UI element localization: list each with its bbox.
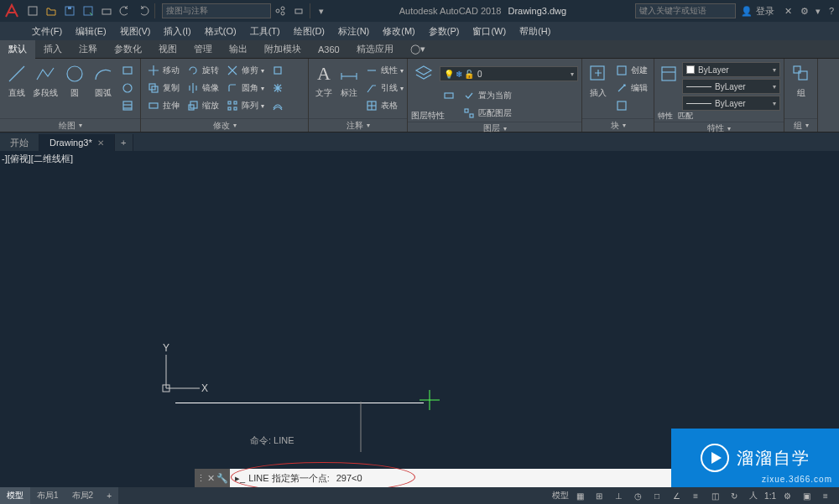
stretch-button[interactable]: 拉伸: [144, 97, 182, 114]
layer-dropdown[interactable]: 💡❄🔓0: [440, 66, 578, 81]
edit-button[interactable]: 编辑: [612, 80, 650, 96]
copy-button[interactable]: 复制: [144, 80, 182, 96]
rect-button[interactable]: [118, 62, 137, 79]
insert-button[interactable]: 插入: [586, 62, 611, 99]
polyline-button[interactable]: 多段线: [32, 62, 59, 99]
tab-start[interactable]: 开始: [0, 134, 39, 151]
tab-parametric[interactable]: 参数化: [106, 40, 150, 59]
snap-icon[interactable]: ⊞: [591, 489, 607, 502]
menu-edit[interactable]: 编辑(E): [69, 25, 113, 38]
plot-icon[interactable]: [97, 2, 116, 20]
win-icon[interactable]: ▾: [312, 2, 331, 20]
polar-icon[interactable]: ◷: [629, 489, 646, 502]
trim-button[interactable]: 修剪▾: [223, 62, 267, 79]
tab-drawing3[interactable]: Drawing3*✕: [39, 134, 115, 151]
color-dropdown[interactable]: ByLayer: [682, 62, 780, 77]
grid-icon[interactable]: ▦: [571, 489, 588, 502]
rotate-button[interactable]: 旋转: [184, 62, 221, 79]
text-button[interactable]: A文字: [312, 62, 336, 99]
modeltab-layout1[interactable]: 布局1: [30, 487, 65, 504]
annoscale-icon[interactable]: 人: [745, 489, 762, 502]
close-tab-icon[interactable]: ✕: [97, 138, 104, 148]
viewport-label[interactable]: -][俯视][二维线框]: [2, 153, 73, 165]
menu-draw[interactable]: 绘图(D): [287, 25, 331, 38]
signin-icon[interactable]: 👤: [741, 6, 753, 17]
print-icon[interactable]: [289, 2, 308, 20]
modeltab-model[interactable]: 模型: [0, 487, 30, 504]
move-button[interactable]: 移动: [144, 62, 182, 79]
explode-button[interactable]: [268, 80, 287, 96]
app-icon[interactable]: [0, 0, 23, 22]
tab-a360[interactable]: A360: [310, 40, 348, 59]
create-button[interactable]: 创建: [612, 62, 650, 79]
menu-format[interactable]: 格式(O): [198, 25, 243, 38]
gear-icon[interactable]: ⚙: [779, 489, 795, 502]
tab-output[interactable]: 输出: [221, 40, 256, 59]
tab-addins[interactable]: 附加模块: [256, 40, 310, 59]
share-icon[interactable]: [271, 2, 289, 20]
group-button[interactable]: 组: [788, 62, 814, 99]
redo-icon[interactable]: [134, 2, 153, 20]
lweight-icon[interactable]: ≡: [687, 489, 704, 502]
array-button[interactable]: 阵列▾: [223, 97, 267, 114]
modeltab-add[interactable]: +: [100, 487, 118, 504]
exchange-icon[interactable]: ✕: [784, 6, 792, 17]
tab-annotate[interactable]: 注释: [70, 40, 106, 59]
layer-iso-button[interactable]: [440, 87, 458, 104]
transparency-icon[interactable]: ◫: [706, 489, 723, 502]
new-icon[interactable]: [23, 2, 42, 20]
mirror-button[interactable]: 镜像: [184, 80, 221, 96]
props-button[interactable]: [658, 62, 680, 111]
dim-button[interactable]: 标注: [337, 62, 361, 99]
ortho-icon[interactable]: ⊥: [610, 489, 627, 502]
help-search[interactable]: 键入关键字或短语: [635, 3, 736, 18]
scale-button[interactable]: 缩放: [184, 97, 221, 114]
layerprops-button[interactable]: [411, 62, 436, 86]
attr-button[interactable]: [612, 97, 650, 114]
tab-default[interactable]: 默认: [0, 40, 35, 59]
open-icon[interactable]: [42, 2, 60, 20]
leader-button[interactable]: 引线▾: [362, 80, 406, 96]
saveas-icon[interactable]: [79, 2, 97, 20]
menu-insert[interactable]: 插入(I): [157, 25, 197, 38]
menu-file[interactable]: 文件(F): [25, 25, 69, 38]
tab-insert[interactable]: 插入: [35, 40, 70, 59]
linetype-dropdown[interactable]: ByLayer: [682, 96, 780, 111]
menu-help[interactable]: 帮助(H): [513, 25, 557, 38]
cycle-icon[interactable]: ↻: [726, 489, 743, 502]
status-model[interactable]: 模型: [552, 490, 569, 501]
circle-button[interactable]: 圆: [61, 62, 88, 99]
menu-view[interactable]: 视图(V): [113, 25, 158, 38]
tab-featured[interactable]: 精选应用: [348, 40, 402, 59]
cmdline-handle[interactable]: ⋮✕🔧: [195, 469, 230, 487]
tab-add[interactable]: +: [115, 134, 133, 151]
ellipse-button[interactable]: [118, 80, 137, 96]
hatch-button[interactable]: [118, 97, 137, 114]
line-button[interactable]: 直线: [3, 62, 30, 99]
linear-button[interactable]: 线性▾: [362, 62, 406, 79]
menu-window[interactable]: 窗口(W): [466, 25, 513, 38]
cmdline-input[interactable]: 297<0: [333, 473, 362, 483]
erase-button[interactable]: [268, 62, 287, 79]
menu-dim[interactable]: 标注(N): [331, 25, 376, 38]
save-icon[interactable]: [60, 2, 79, 20]
modeltab-layout2[interactable]: 布局2: [65, 487, 101, 504]
fillet-button[interactable]: 圆角▾: [223, 80, 267, 96]
custom-icon[interactable]: ≡: [817, 489, 834, 502]
workspace-search[interactable]: 搜图与注释: [162, 3, 271, 18]
undo-icon[interactable]: [116, 2, 134, 20]
menu-tools[interactable]: 工具(T): [243, 25, 287, 38]
tab-more[interactable]: ◯▾: [402, 40, 434, 59]
setcurrent-button[interactable]: 置为当前: [460, 87, 578, 104]
arc-button[interactable]: 圆弧: [90, 62, 117, 99]
infocenter-icon[interactable]: ⚙: [800, 6, 809, 17]
menu-param[interactable]: 参数(P): [422, 25, 466, 38]
lineweight-dropdown[interactable]: ByLayer: [682, 79, 780, 94]
help-icon[interactable]: ?: [829, 6, 834, 16]
status-scale[interactable]: 1:1: [764, 491, 776, 501]
signin-label[interactable]: 登录: [756, 5, 774, 18]
osnap-icon[interactable]: □: [649, 489, 665, 502]
tab-view[interactable]: 视图: [150, 40, 185, 59]
clean-icon[interactable]: ▣: [798, 489, 815, 502]
menu-modify[interactable]: 修改(M): [376, 25, 422, 38]
